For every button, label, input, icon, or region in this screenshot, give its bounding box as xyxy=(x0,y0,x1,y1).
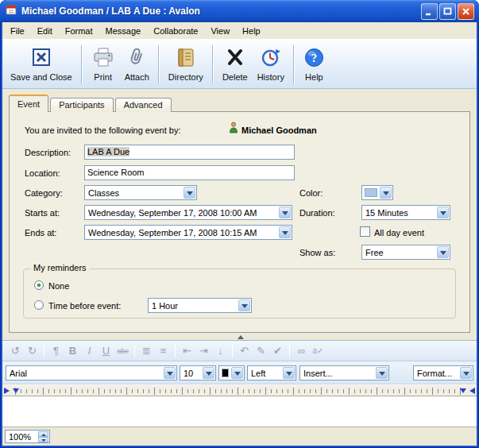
my-reminders-label: My reminders xyxy=(30,263,90,272)
font-size-dropdown[interactable]: 10 xyxy=(180,365,216,380)
right-indent-marker[interactable] xyxy=(460,388,466,393)
font-family-dropdown[interactable]: Arial xyxy=(6,365,177,380)
chevron-down-icon xyxy=(376,367,388,379)
left-indent-marker[interactable] xyxy=(13,388,19,393)
delete-button[interactable]: Delete xyxy=(218,42,253,87)
zoom-up-icon[interactable] xyxy=(38,431,48,437)
zoom-down-icon[interactable] xyxy=(38,437,48,442)
attach-icon xyxy=(126,47,147,71)
strikethrough-icon: abc xyxy=(114,343,131,359)
reminder-none-radio[interactable] xyxy=(34,280,44,290)
title-bar: Michael Goodman / LAB A Due : Avalon xyxy=(0,0,479,22)
minimize-button[interactable] xyxy=(421,3,438,20)
location-label: Location: xyxy=(25,168,60,178)
format-separator xyxy=(44,345,44,357)
duration-dropdown[interactable]: 15 Minutes xyxy=(361,205,450,220)
ruler xyxy=(2,384,477,396)
tab-event[interactable]: Event xyxy=(9,95,48,112)
description-input[interactable]: LAB A Due xyxy=(84,145,295,160)
delete-icon xyxy=(226,47,245,71)
category-label: Category: xyxy=(25,188,63,198)
event-tab-panel: You are invited to the following event b… xyxy=(9,111,470,333)
toolbar-separator xyxy=(158,45,160,83)
reminder-time-value: 1 Hour xyxy=(152,299,237,312)
status-bar: 100% xyxy=(2,427,477,446)
insert-dropdown[interactable]: Insert... xyxy=(299,365,389,380)
print-icon xyxy=(91,47,115,71)
menu-help[interactable]: Help xyxy=(236,24,267,38)
tab-strip: Event Participants Advanced xyxy=(9,95,173,112)
ends-at-dropdown[interactable]: Wednesday, September 17, 2008 10:15 AM xyxy=(84,225,292,240)
toolbar-separator xyxy=(293,45,295,83)
ends-at-value: Wednesday, September 17, 2008 10:15 AM xyxy=(88,226,277,239)
directory-button[interactable]: Directory xyxy=(164,42,208,87)
left-margin-marker[interactable] xyxy=(4,388,10,394)
menu-format[interactable]: Format xyxy=(59,24,99,38)
show-as-value: Free xyxy=(365,246,435,259)
starts-at-dropdown[interactable]: Wednesday, September 17, 2008 10:00 AM xyxy=(84,205,292,220)
tab-participants[interactable]: Participants xyxy=(50,98,113,112)
save-and-close-button[interactable]: Save and Close xyxy=(6,42,77,87)
svg-text:?: ? xyxy=(311,52,318,64)
format-dropdown[interactable]: Format... xyxy=(413,365,473,380)
help-button[interactable]: ? Help xyxy=(299,42,330,87)
reminder-none-label[interactable]: None xyxy=(48,281,69,291)
description-value: LAB A Due xyxy=(87,147,129,156)
history-button[interactable]: History xyxy=(253,42,289,87)
redo-icon: ↻ xyxy=(24,343,41,359)
show-as-dropdown[interactable]: Free xyxy=(361,245,450,260)
location-value: Science Room xyxy=(87,168,145,177)
chevron-down-icon xyxy=(203,367,214,379)
font-color-dropdown[interactable] xyxy=(218,365,245,380)
menu-message[interactable]: Message xyxy=(99,24,148,38)
menu-edit[interactable]: Edit xyxy=(31,24,59,38)
color-label: Color: xyxy=(299,188,323,198)
format-value: Format... xyxy=(417,367,458,380)
print-button[interactable]: Print xyxy=(87,42,120,87)
message-body-area[interactable] xyxy=(2,396,477,427)
event-color-swatch xyxy=(365,188,377,197)
toolbar-separator xyxy=(81,45,83,83)
attach-button[interactable]: Attach xyxy=(120,42,154,87)
ends-at-label: Ends at: xyxy=(25,228,56,238)
right-margin-marker[interactable] xyxy=(469,388,475,394)
all-day-label[interactable]: All day event xyxy=(374,228,424,238)
organizer-name: Michael Goodman xyxy=(241,126,317,135)
all-day-checkbox[interactable] xyxy=(360,226,370,237)
window-calendar-icon[interactable] xyxy=(5,3,17,19)
bold-icon: B xyxy=(64,343,81,359)
reminder-time-dropdown[interactable]: 1 Hour xyxy=(148,298,252,313)
history-icon xyxy=(260,47,282,71)
ruler-minor-ticks xyxy=(15,389,464,393)
category-value: Classes xyxy=(88,187,182,199)
font-toolbar: Arial 10 Left Insert... Format... xyxy=(2,361,477,384)
chevron-down-icon xyxy=(437,207,449,218)
reminder-time-before-label[interactable]: Time before event: xyxy=(48,301,121,311)
menu-view[interactable]: View xyxy=(204,24,236,38)
menu-collaborate[interactable]: Collaborate xyxy=(147,24,204,38)
paragraph-icon: ¶ xyxy=(48,343,64,359)
chevron-down-icon xyxy=(238,299,250,311)
alignment-dropdown[interactable]: Left xyxy=(247,365,296,380)
zoom-control[interactable]: 100% xyxy=(5,430,50,443)
tab-advanced[interactable]: Advanced xyxy=(115,98,172,112)
format-separator xyxy=(134,345,135,357)
format-separator xyxy=(232,345,233,357)
menu-file[interactable]: File xyxy=(4,24,31,38)
chevron-down-icon xyxy=(460,367,472,379)
category-dropdown[interactable]: Classes xyxy=(84,185,197,200)
numbered-list-icon: ≡ xyxy=(155,343,172,359)
close-button[interactable] xyxy=(458,3,474,20)
splitter-collapse-arrow[interactable] xyxy=(238,335,244,339)
bullet-list-icon: ≣ xyxy=(138,343,155,359)
save-and-close-icon xyxy=(30,47,52,71)
approve-icon: ✔ xyxy=(269,343,286,359)
chevron-down-icon xyxy=(380,187,392,199)
reminder-time-before-radio[interactable] xyxy=(34,300,44,310)
chevron-down-icon xyxy=(283,367,295,379)
person-icon xyxy=(229,122,238,137)
color-dropdown[interactable] xyxy=(361,185,393,200)
location-input[interactable]: Science Room xyxy=(84,165,295,180)
starts-at-value: Wednesday, September 17, 2008 10:00 AM xyxy=(88,207,277,219)
maximize-button[interactable] xyxy=(439,3,456,20)
